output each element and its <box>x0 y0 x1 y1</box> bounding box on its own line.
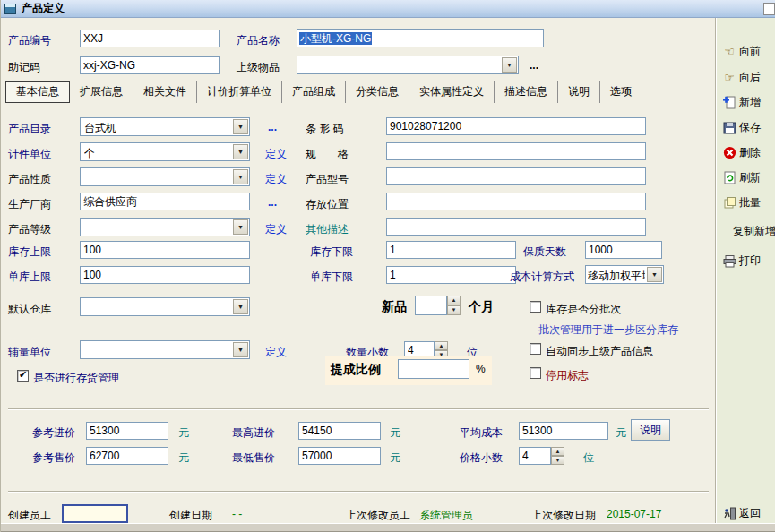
ref-purchase-input[interactable] <box>86 422 168 440</box>
catalog-select[interactable]: 台式机 ▼ <box>80 117 250 136</box>
ref-sale-label: 参考售价 <box>32 450 75 466</box>
spec-input[interactable] <box>386 142 646 160</box>
min-sale-input[interactable] <box>298 447 381 465</box>
manufacturer-input[interactable] <box>80 193 250 210</box>
parent-item-label: 上级物品 <box>237 60 280 75</box>
chevron-down-icon[interactable]: ▼ <box>502 57 517 73</box>
creator-input[interactable] <box>62 504 128 523</box>
sidebar-button-2[interactable]: ☞向后 <box>722 69 775 85</box>
sidebar-button-4[interactable]: 保存 <box>722 119 775 135</box>
single-lower-label: 单库下限 <box>310 270 353 285</box>
location-input[interactable] <box>386 193 646 210</box>
nature-define-link[interactable]: 定义 <box>265 172 287 187</box>
single-upper-input[interactable] <box>80 266 250 284</box>
ref-sale-input[interactable] <box>86 447 168 465</box>
product-code-input[interactable] <box>80 30 220 47</box>
aux-unit-define-link[interactable]: 定义 <box>265 345 287 360</box>
sidebar-button-3[interactable]: 新增 <box>722 94 775 110</box>
stock-upper-input[interactable] <box>80 241 250 259</box>
tab-2[interactable]: 扩展信息 <box>70 81 133 103</box>
manufacturer-more-button[interactable]: ... <box>268 196 277 209</box>
auto-sync-label[interactable]: 自动同步上级产品信息 <box>546 344 653 359</box>
chevron-down-icon[interactable]: ▼ <box>233 219 248 235</box>
unit-label: 计件单位 <box>8 147 51 162</box>
batch-checkbox-label[interactable]: 库存是否分批次 <box>546 302 621 317</box>
batch-note: 批次管理用于进一步区分库存 <box>538 322 678 338</box>
sidebar-button-10[interactable]: 返回 <box>722 505 775 521</box>
return-exit-icon <box>722 507 736 520</box>
disable-flag-checkbox[interactable] <box>530 367 541 379</box>
aux-unit-select[interactable]: ▼ <box>80 340 250 359</box>
tab-5[interactable]: 产品组成 <box>282 81 346 103</box>
product-name-input[interactable]: 小型机-XG-NG <box>297 29 544 47</box>
sidebar-button-7[interactable]: 批量 <box>722 194 775 210</box>
shelf-days-input[interactable] <box>585 241 662 259</box>
sidebar-button-9[interactable]: 打印 <box>722 253 775 269</box>
tab-7[interactable]: 实体属性定义 <box>409 81 495 103</box>
grade-select[interactable]: ▼ <box>80 218 250 236</box>
other-desc-input[interactable] <box>386 218 646 236</box>
window-control-fragment[interactable] <box>763 3 775 15</box>
tab-4[interactable]: 计价折算单位 <box>197 81 282 103</box>
default-warehouse-select[interactable]: ▼ <box>80 297 250 316</box>
inventory-mgmt-label[interactable]: 是否进行存货管理 <box>33 371 119 386</box>
mnemonic-input[interactable] <box>80 56 220 74</box>
commission-input[interactable] <box>398 359 469 379</box>
sidebar-button-8[interactable]: 复制新增 <box>733 223 775 239</box>
cost-method-select[interactable]: 移动加权平均 ▼ <box>585 265 664 284</box>
catalog-more-button[interactable]: ... <box>268 121 277 133</box>
stock-lower-input[interactable] <box>386 241 516 259</box>
chevron-down-icon[interactable]: ▼ <box>233 299 248 314</box>
parent-item-more-button[interactable]: ... <box>530 59 538 72</box>
tab-3[interactable]: 相关文件 <box>133 81 197 103</box>
creator-label: 创建员工 <box>8 508 51 523</box>
tab-10[interactable]: 选项 <box>600 81 642 103</box>
nature-label: 产品性质 <box>8 172 51 187</box>
yuan-label: 元 <box>178 450 189 466</box>
title-bar[interactable]: 产品定义 <box>1 0 775 18</box>
chevron-down-icon[interactable]: ▼ <box>233 169 248 184</box>
sidebar-button-label: 向前 <box>739 44 761 59</box>
unit-select[interactable]: 个 ▼ <box>80 142 250 161</box>
grade-define-link[interactable]: 定义 <box>265 222 287 237</box>
spin-down-icon[interactable]: ▼ <box>551 456 564 465</box>
spin-up-icon[interactable]: ▲ <box>551 447 564 456</box>
parent-item-select[interactable]: ▼ <box>297 56 519 74</box>
model-label: 产品型号 <box>306 172 349 187</box>
explain-button[interactable]: 说明 <box>631 419 670 441</box>
chevron-down-icon[interactable]: ▼ <box>647 267 662 282</box>
barcode-input[interactable] <box>386 117 646 135</box>
auto-sync-checkbox[interactable] <box>530 343 541 355</box>
tab-1[interactable]: 基本信息 <box>5 81 70 103</box>
default-warehouse-label: 默认仓库 <box>8 302 51 317</box>
sidebar-button-label: 复制新增 <box>733 224 775 239</box>
disable-flag-label[interactable]: 停用标志 <box>546 368 589 383</box>
spin-up-icon[interactable]: ▲ <box>435 341 448 350</box>
other-desc-link[interactable]: 其他描述 <box>306 222 349 237</box>
max-purchase-input[interactable] <box>298 422 381 440</box>
tab-8[interactable]: 描述信息 <box>495 81 558 103</box>
unit-define-link[interactable]: 定义 <box>265 147 287 162</box>
single-lower-input[interactable] <box>386 266 516 284</box>
new-product-months-input[interactable] <box>415 296 447 315</box>
tab-9[interactable]: 说明 <box>558 81 600 103</box>
sidebar-button-1[interactable]: ☜向前 <box>722 43 775 59</box>
spin-up-icon[interactable]: ▲ <box>447 296 461 305</box>
spin-down-icon[interactable]: ▼ <box>447 305 461 315</box>
catalog-label: 产品目录 <box>8 122 51 137</box>
price-decimal-spinner[interactable]: ▲▼ <box>551 447 564 465</box>
sidebar-button-5[interactable]: 删除 <box>722 144 775 160</box>
avg-cost-input[interactable] <box>519 422 608 440</box>
batch-checkbox[interactable] <box>530 301 541 313</box>
chevron-down-icon[interactable]: ▼ <box>233 342 248 357</box>
chevron-down-icon[interactable]: ▼ <box>233 144 248 159</box>
sidebar-button-label: 向后 <box>739 70 761 85</box>
model-input[interactable] <box>386 167 646 185</box>
price-decimal-input[interactable] <box>519 447 551 465</box>
inventory-mgmt-checkbox[interactable] <box>17 370 29 382</box>
chevron-down-icon[interactable]: ▼ <box>233 119 248 134</box>
sidebar-button-6[interactable]: 刷新 <box>722 169 775 185</box>
nature-select[interactable]: ▼ <box>80 167 250 186</box>
tab-6[interactable]: 分类信息 <box>346 81 409 103</box>
new-product-spinner[interactable]: ▲▼ <box>447 296 461 315</box>
